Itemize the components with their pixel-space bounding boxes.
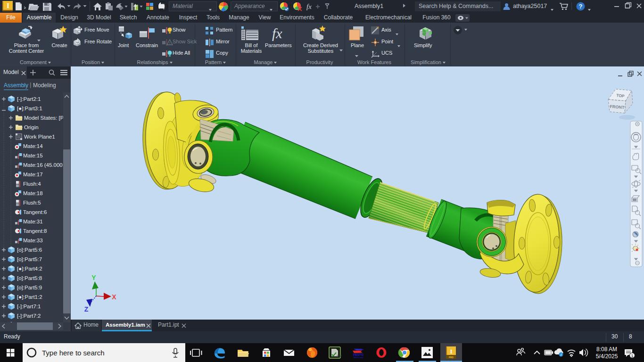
svg-text:1: 1 — [631, 354, 633, 358]
svg-text:5/4/2025: 5/4/2025 — [596, 353, 618, 360]
svg-text:!: ! — [169, 41, 170, 45]
svg-text:fx: fx — [272, 25, 282, 41]
svg-text:I: I — [7, 2, 9, 9]
svg-text:Y: Y — [91, 274, 96, 281]
svg-text:FESTO: FESTO — [353, 353, 363, 356]
svg-text:X: X — [112, 293, 116, 301]
svg-text:PRO: PRO — [449, 356, 454, 359]
svg-text:fx: fx — [306, 3, 312, 10]
svg-text:Type here to search: Type here to search — [42, 349, 105, 357]
svg-text:I: I — [450, 348, 452, 355]
svg-text:TOP: TOP — [616, 93, 625, 99]
svg-text:8:08 AM: 8:08 AM — [596, 346, 617, 353]
svg-text:?: ? — [579, 3, 583, 10]
svg-text:FESTO did: FESTO did — [354, 356, 363, 359]
svg-text:Z: Z — [84, 305, 89, 313]
svg-text:TEST: TEST — [337, 355, 342, 357]
